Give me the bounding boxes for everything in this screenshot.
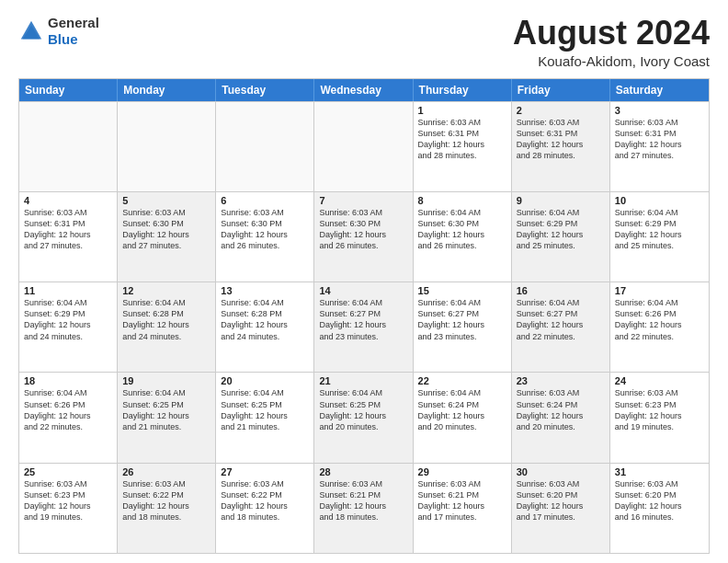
calendar-cell: 9Sunrise: 6:04 AM Sunset: 6:29 PM Daylig…: [512, 192, 610, 282]
header: General Blue August 2024 Kouafo-Akidom, …: [18, 15, 710, 69]
cell-text: Sunrise: 6:04 AM Sunset: 6:29 PM Dayligh…: [615, 207, 704, 252]
day-number: 21: [319, 375, 407, 386]
cell-text: Sunrise: 6:03 AM Sunset: 6:22 PM Dayligh…: [122, 478, 210, 523]
calendar-row-2: 4Sunrise: 6:03 AM Sunset: 6:31 PM Daylig…: [19, 191, 709, 282]
cell-text: Sunrise: 6:04 AM Sunset: 6:25 PM Dayligh…: [122, 387, 210, 432]
calendar-row-4: 18Sunrise: 6:04 AM Sunset: 6:26 PM Dayli…: [19, 372, 709, 462]
day-number: 2: [517, 105, 605, 116]
calendar-cell: 20Sunrise: 6:04 AM Sunset: 6:25 PM Dayli…: [216, 373, 314, 462]
day-number: 31: [615, 466, 704, 477]
cell-text: Sunrise: 6:03 AM Sunset: 6:23 PM Dayligh…: [615, 387, 704, 432]
calendar: SundayMondayTuesdayWednesdayThursdayFrid…: [18, 78, 710, 554]
cell-text: Sunrise: 6:04 AM Sunset: 6:27 PM Dayligh…: [418, 297, 506, 342]
cell-text: Sunrise: 6:04 AM Sunset: 6:29 PM Dayligh…: [517, 207, 605, 252]
calendar-cell: 4Sunrise: 6:03 AM Sunset: 6:31 PM Daylig…: [19, 192, 118, 282]
header-cell-tuesday: Tuesday: [216, 79, 314, 101]
cell-text: Sunrise: 6:04 AM Sunset: 6:29 PM Dayligh…: [24, 297, 112, 342]
day-number: 11: [24, 285, 112, 296]
cell-text: Sunrise: 6:04 AM Sunset: 6:30 PM Dayligh…: [418, 207, 506, 252]
day-number: 26: [122, 466, 210, 477]
calendar-cell: 31Sunrise: 6:03 AM Sunset: 6:20 PM Dayli…: [610, 464, 709, 553]
day-number: 1: [418, 105, 506, 116]
day-number: 4: [24, 195, 112, 206]
calendar-body: 1Sunrise: 6:03 AM Sunset: 6:31 PM Daylig…: [19, 101, 709, 553]
logo-icon: [18, 18, 44, 44]
logo-general-text: General: [48, 15, 99, 30]
day-number: 7: [319, 195, 407, 206]
cell-text: Sunrise: 6:04 AM Sunset: 6:25 PM Dayligh…: [221, 387, 309, 432]
day-number: 25: [24, 466, 112, 477]
day-number: 8: [418, 195, 506, 206]
calendar-cell: 5Sunrise: 6:03 AM Sunset: 6:30 PM Daylig…: [118, 192, 216, 282]
calendar-cell: 29Sunrise: 6:03 AM Sunset: 6:21 PM Dayli…: [414, 464, 512, 553]
logo-text: General Blue: [48, 15, 99, 48]
calendar-cell: 8Sunrise: 6:04 AM Sunset: 6:30 PM Daylig…: [414, 192, 512, 282]
calendar-header: SundayMondayTuesdayWednesdayThursdayFrid…: [19, 79, 709, 101]
header-cell-thursday: Thursday: [414, 79, 512, 101]
calendar-cell: 2Sunrise: 6:03 AM Sunset: 6:31 PM Daylig…: [512, 102, 610, 191]
page: General Blue August 2024 Kouafo-Akidom, …: [0, 0, 728, 563]
cell-text: Sunrise: 6:03 AM Sunset: 6:31 PM Dayligh…: [615, 117, 704, 162]
calendar-cell: 16Sunrise: 6:04 AM Sunset: 6:27 PM Dayli…: [512, 282, 610, 372]
cell-text: Sunrise: 6:03 AM Sunset: 6:23 PM Dayligh…: [24, 478, 112, 523]
calendar-cell: [19, 102, 118, 191]
calendar-cell: 22Sunrise: 6:04 AM Sunset: 6:24 PM Dayli…: [414, 373, 512, 462]
cell-text: Sunrise: 6:03 AM Sunset: 6:30 PM Dayligh…: [319, 207, 407, 252]
cell-text: Sunrise: 6:03 AM Sunset: 6:21 PM Dayligh…: [319, 478, 407, 523]
logo-blue-text: Blue: [48, 31, 78, 47]
calendar-cell: 23Sunrise: 6:03 AM Sunset: 6:24 PM Dayli…: [512, 373, 610, 462]
title-block: August 2024 Kouafo-Akidom, Ivory Coast: [513, 15, 710, 69]
calendar-cell: [216, 102, 314, 191]
day-number: 6: [221, 195, 309, 206]
day-number: 16: [517, 285, 605, 296]
calendar-cell: 10Sunrise: 6:04 AM Sunset: 6:29 PM Dayli…: [610, 192, 709, 282]
calendar-cell: 26Sunrise: 6:03 AM Sunset: 6:22 PM Dayli…: [118, 464, 216, 553]
header-cell-sunday: Sunday: [19, 79, 118, 101]
cell-text: Sunrise: 6:03 AM Sunset: 6:30 PM Dayligh…: [122, 207, 210, 252]
day-number: 27: [221, 466, 309, 477]
day-number: 30: [517, 466, 605, 477]
cell-text: Sunrise: 6:03 AM Sunset: 6:31 PM Dayligh…: [517, 117, 605, 162]
header-cell-saturday: Saturday: [610, 79, 709, 101]
cell-text: Sunrise: 6:04 AM Sunset: 6:26 PM Dayligh…: [615, 297, 704, 342]
cell-text: Sunrise: 6:04 AM Sunset: 6:27 PM Dayligh…: [517, 297, 605, 342]
cell-text: Sunrise: 6:04 AM Sunset: 6:28 PM Dayligh…: [221, 297, 309, 342]
cell-text: Sunrise: 6:04 AM Sunset: 6:26 PM Dayligh…: [24, 387, 112, 432]
calendar-cell: 1Sunrise: 6:03 AM Sunset: 6:31 PM Daylig…: [414, 102, 512, 191]
calendar-row-3: 11Sunrise: 6:04 AM Sunset: 6:29 PM Dayli…: [19, 282, 709, 372]
cell-text: Sunrise: 6:04 AM Sunset: 6:27 PM Dayligh…: [319, 297, 407, 342]
calendar-cell: 27Sunrise: 6:03 AM Sunset: 6:22 PM Dayli…: [216, 464, 314, 553]
day-number: 18: [24, 375, 112, 386]
calendar-cell: 6Sunrise: 6:03 AM Sunset: 6:30 PM Daylig…: [216, 192, 314, 282]
calendar-row-1: 1Sunrise: 6:03 AM Sunset: 6:31 PM Daylig…: [19, 101, 709, 191]
day-number: 23: [517, 375, 605, 386]
day-number: 20: [221, 375, 309, 386]
calendar-cell: 28Sunrise: 6:03 AM Sunset: 6:21 PM Dayli…: [314, 464, 413, 553]
day-number: 9: [517, 195, 605, 206]
month-year: August 2024: [513, 15, 710, 52]
header-cell-friday: Friday: [512, 79, 610, 101]
calendar-cell: 18Sunrise: 6:04 AM Sunset: 6:26 PM Dayli…: [19, 373, 118, 462]
calendar-cell: [314, 102, 413, 191]
cell-text: Sunrise: 6:04 AM Sunset: 6:24 PM Dayligh…: [418, 387, 506, 432]
day-number: 22: [418, 375, 506, 386]
calendar-cell: 24Sunrise: 6:03 AM Sunset: 6:23 PM Dayli…: [610, 373, 709, 462]
cell-text: Sunrise: 6:03 AM Sunset: 6:20 PM Dayligh…: [517, 478, 605, 523]
calendar-cell: 21Sunrise: 6:04 AM Sunset: 6:25 PM Dayli…: [314, 373, 413, 462]
calendar-row-5: 25Sunrise: 6:03 AM Sunset: 6:23 PM Dayli…: [19, 463, 709, 553]
cell-text: Sunrise: 6:03 AM Sunset: 6:24 PM Dayligh…: [517, 387, 605, 432]
calendar-cell: 12Sunrise: 6:04 AM Sunset: 6:28 PM Dayli…: [118, 282, 216, 372]
calendar-cell: 11Sunrise: 6:04 AM Sunset: 6:29 PM Dayli…: [19, 282, 118, 372]
location: Kouafo-Akidom, Ivory Coast: [513, 53, 710, 69]
header-cell-wednesday: Wednesday: [314, 79, 413, 101]
cell-text: Sunrise: 6:04 AM Sunset: 6:25 PM Dayligh…: [319, 387, 407, 432]
calendar-cell: 7Sunrise: 6:03 AM Sunset: 6:30 PM Daylig…: [314, 192, 413, 282]
cell-text: Sunrise: 6:03 AM Sunset: 6:22 PM Dayligh…: [221, 478, 309, 523]
day-number: 29: [418, 466, 506, 477]
calendar-cell: 14Sunrise: 6:04 AM Sunset: 6:27 PM Dayli…: [314, 282, 413, 372]
day-number: 17: [615, 285, 704, 296]
day-number: 13: [221, 285, 309, 296]
cell-text: Sunrise: 6:03 AM Sunset: 6:30 PM Dayligh…: [221, 207, 309, 252]
cell-text: Sunrise: 6:03 AM Sunset: 6:31 PM Dayligh…: [24, 207, 112, 252]
cell-text: Sunrise: 6:03 AM Sunset: 6:31 PM Dayligh…: [418, 117, 506, 162]
